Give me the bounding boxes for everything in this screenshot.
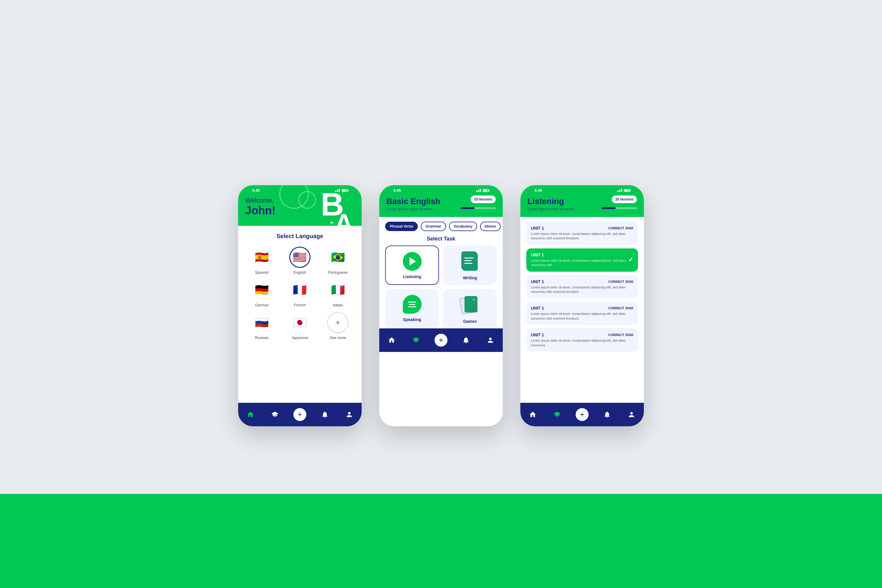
unit-name-3: UNIT 1 — [531, 279, 544, 284]
nav-courses-1[interactable] — [269, 409, 281, 420]
select-task-title: Select Task — [379, 233, 503, 246]
lang-item-italian[interactable]: 🇮🇹 Italian — [320, 279, 356, 307]
unit-card-4[interactable]: UNIT 1 CORRECT 35/50 Lorem ipsum dolor s… — [526, 302, 638, 325]
time-1: 9.45 — [252, 188, 260, 193]
unit-card-1[interactable]: UNIT 1 CORRECT 35/50 Lorem ipsum dolor s… — [526, 222, 638, 245]
unit-desc-3: Lorem ipsum dolor sit amet, consectetuer… — [531, 285, 633, 294]
nav-profile-2[interactable] — [484, 334, 496, 346]
phones-container: 9.45 Welcome, John! B + A — [238, 162, 644, 426]
nav-profile-1[interactable] — [344, 409, 355, 420]
lang-item-more[interactable]: ＋ See more — [320, 312, 356, 340]
filter-grammar[interactable]: Grammar — [421, 222, 446, 231]
nav-add-1[interactable] — [293, 408, 306, 421]
unit-card-2-header: UNIT 1 — [531, 252, 633, 257]
filter-phrasal-verbs[interactable]: Phrasal Verbs — [385, 222, 418, 231]
filter-idioms[interactable]: Idioms — [480, 222, 501, 231]
nav-profile-3[interactable] — [626, 409, 638, 420]
nav-courses-3[interactable] — [551, 409, 563, 420]
time-3: 9.45 — [534, 188, 542, 193]
task-card-games[interactable]: Games — [443, 289, 497, 328]
unit-card-5[interactable]: UNIT 1 CORRECT 35/50 Lorem ipsum dolor s… — [526, 328, 638, 352]
unit-name-4: UNIT 1 — [531, 306, 544, 310]
unit-correct-3: CORRECT 35/50 — [608, 280, 633, 284]
game-card-dot — [473, 298, 475, 301]
unit-card-3[interactable]: UNIT 1 CORRECT 35/50 Lorem ipsum dolor s… — [526, 275, 638, 298]
signal-icon-3 — [617, 189, 622, 192]
task-card-writing[interactable]: Writing — [443, 246, 497, 285]
lang-item-german[interactable]: 🇩🇪 German — [244, 279, 280, 307]
nav-add-3[interactable] — [576, 408, 589, 421]
course-header-row: Basic English Lorem ipsum dolor sit amet… — [386, 195, 496, 211]
flag-french: 🇫🇷 — [289, 279, 310, 300]
lang-item-english[interactable]: 🇺🇸 English — [282, 247, 318, 274]
time-2: 9.45 — [393, 188, 401, 193]
unit-name-1: UNIT 1 — [531, 226, 544, 231]
filter-vocabulary[interactable]: Vocabulary — [449, 222, 477, 231]
check-icon-2: ✓ — [628, 256, 633, 264]
task-card-speaking[interactable]: Speaking — [385, 289, 439, 328]
home-icon-3 — [529, 411, 537, 418]
lang-item-russian[interactable]: 🇷🇺 Russian — [244, 312, 280, 340]
nav-bell-3[interactable] — [601, 409, 613, 420]
lang-item-japanese[interactable]: 🇯🇵 Japanese — [282, 312, 318, 340]
nav-home-1[interactable] — [244, 409, 256, 420]
bell-icon-1 — [321, 411, 329, 418]
status-bar-3: 9.45 — [527, 185, 637, 194]
progress-bar-2 — [460, 207, 496, 209]
nav-bell-2[interactable] — [460, 334, 472, 346]
progress-fill-3 — [602, 207, 616, 209]
flag-japanese: 🇯🇵 — [289, 312, 310, 333]
phone-listening: 9.45 Listening Lorem ipsum dolor sit ame… — [520, 185, 644, 426]
battery-icon-3 — [624, 189, 630, 192]
course-meta: 10 lessons — [460, 195, 496, 209]
bottom-nav-2 — [379, 328, 503, 352]
user-icon-2 — [487, 336, 494, 344]
nav-add-2[interactable] — [435, 334, 447, 346]
flag-portuguese: 🇧🇷 — [327, 247, 348, 268]
graduation-icon-1 — [271, 411, 279, 418]
speaking-task-icon — [403, 295, 422, 314]
language-grid: 🇪🇸 Spanish 🇺🇸 English 🇧🇷 Portuguese 🇩🇪 G… — [244, 247, 356, 340]
lang-item-portuguese[interactable]: 🇧🇷 Portuguese — [320, 247, 356, 274]
unit-name-5: UNIT 1 — [531, 333, 544, 337]
select-language-title: Select Language — [244, 233, 356, 240]
unit-correct-1: CORRECT 35/50 — [608, 226, 633, 230]
lang-label-japanese: Japanese — [292, 336, 308, 340]
lang-item-spanish[interactable]: 🇪🇸 Spanish — [244, 247, 280, 274]
bell-icon-3 — [603, 411, 611, 418]
status-icons-2 — [476, 189, 489, 192]
unit-desc-4: Lorem ipsum dolor sit amet, consectetuer… — [531, 312, 633, 321]
listening-task-icon — [403, 252, 422, 271]
listening-title-area: Listening Lorem ipsum dolor sit amet. — [527, 195, 574, 211]
nav-home-2[interactable] — [386, 334, 398, 346]
task-label-listening: Listening — [403, 274, 421, 279]
listening-title: Listening — [527, 196, 574, 206]
flag-more: ＋ — [327, 312, 348, 333]
unit-desc-5: Lorem ipsum dolor sit amet, consectetuer… — [531, 338, 633, 348]
task-grid: Listening Writing — [379, 246, 503, 328]
progress-bar-3 — [602, 207, 637, 209]
task-card-listening[interactable]: Listening — [385, 246, 439, 285]
unit-correct-4: CORRECT 35/50 — [608, 306, 633, 310]
phone2-header: 9.45 Basic English Lorem ipsum dolor sit… — [379, 185, 503, 217]
circle-deco-2 — [298, 191, 316, 209]
units-list: UNIT 1 CORRECT 35/50 Lorem ipsum dolor s… — [520, 217, 644, 403]
filter-tabs: Phrasal Verbs Grammar Vocabulary Idioms — [379, 217, 503, 233]
unit-card-2[interactable]: UNIT 1 Lorem ipsum dolor sit amet, conse… — [526, 248, 638, 272]
unit-card-1-header: UNIT 1 CORRECT 35/50 — [531, 226, 633, 231]
nav-bell-1[interactable] — [319, 409, 331, 420]
graduation-icon-2 — [412, 336, 420, 344]
nav-home-3[interactable] — [527, 409, 538, 420]
lang-label-more: See more — [330, 336, 346, 340]
listening-subtitle: Lorem ipsum dolor sit amet. — [527, 207, 574, 211]
unit-desc-1: Lorem ipsum dolor sit amet, consectetuer… — [531, 232, 633, 241]
signal-icon-2 — [476, 189, 481, 192]
lang-item-french[interactable]: 🇫🇷 French — [282, 279, 318, 307]
nav-courses-2[interactable] — [410, 334, 422, 346]
progress-track-2 — [460, 207, 496, 209]
lessons-badge-3: 10 lessons — [612, 195, 637, 203]
task-label-speaking: Speaking — [403, 317, 421, 322]
unit-desc-2: Lorem ipsum dolor sit amet, consectetuer… — [531, 258, 633, 267]
bell-icon-2 — [462, 336, 470, 344]
lang-label-french: French — [294, 303, 306, 307]
